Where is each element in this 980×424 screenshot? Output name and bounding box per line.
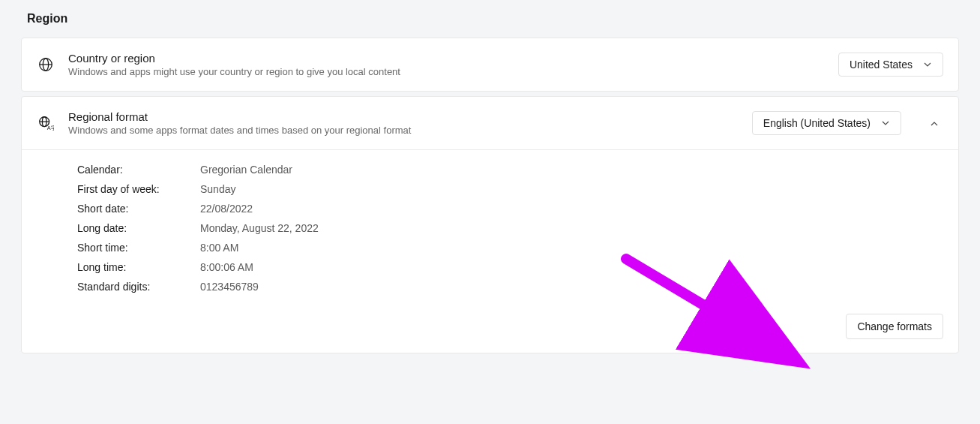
chevron-up-icon — [930, 119, 939, 128]
country-region-card: Country or region Windows and apps might… — [21, 38, 959, 92]
detail-label: Calendar: — [77, 164, 200, 176]
chevron-down-icon — [881, 119, 890, 128]
detail-value: Gregorian Calendar — [200, 164, 292, 176]
country-region-dropdown[interactable]: United States — [838, 53, 943, 77]
detail-value: 0123456789 — [200, 281, 259, 293]
detail-value: Sunday — [200, 183, 235, 195]
country-region-title: Country or region — [68, 52, 825, 65]
detail-row: Long date:Monday, August 22, 2022 — [77, 222, 943, 234]
regional-format-desc: Windows and some apps format dates and t… — [68, 125, 739, 136]
detail-label: Long date: — [77, 222, 200, 234]
detail-row: Short time:8:00 AM — [77, 242, 943, 254]
regional-format-title: Regional format — [68, 110, 739, 123]
detail-row: Long time:8:00:06 AM — [77, 261, 943, 273]
regional-format-dropdown[interactable]: English (United States) — [752, 111, 901, 135]
chevron-down-icon — [923, 60, 932, 69]
detail-value: Monday, August 22, 2022 — [200, 222, 319, 234]
detail-label: Short time: — [77, 242, 200, 254]
collapse-toggle[interactable] — [925, 114, 943, 132]
detail-value: 8:00:06 AM — [200, 261, 253, 273]
country-region-row[interactable]: Country or region Windows and apps might… — [22, 38, 958, 91]
detail-label: Long time: — [77, 261, 200, 273]
regional-format-selected: English (United States) — [763, 117, 871, 129]
svg-text:A字: A字 — [47, 125, 54, 131]
detail-row: Calendar:Gregorian Calendar — [77, 164, 943, 176]
regional-format-row[interactable]: A字 Regional format Windows and some apps… — [22, 97, 958, 149]
language-globe-icon: A字 — [37, 114, 55, 132]
detail-label: Standard digits: — [77, 281, 200, 293]
globe-icon — [37, 56, 55, 74]
regional-format-details: Calendar:Gregorian CalendarFirst day of … — [22, 149, 958, 314]
detail-row: Standard digits:0123456789 — [77, 281, 943, 293]
detail-value: 8:00 AM — [200, 242, 238, 254]
regional-format-card: A字 Regional format Windows and some apps… — [21, 96, 959, 353]
change-formats-button[interactable]: Change formats — [846, 314, 943, 339]
page-title: Region — [27, 12, 959, 26]
country-region-desc: Windows and apps might use your country … — [68, 66, 825, 77]
detail-row: Short date:22/08/2022 — [77, 203, 943, 215]
detail-label: Short date: — [77, 203, 200, 215]
country-region-selected: United States — [850, 59, 913, 71]
detail-value: 22/08/2022 — [200, 203, 253, 215]
detail-label: First day of week: — [77, 183, 200, 195]
detail-row: First day of week:Sunday — [77, 183, 943, 195]
